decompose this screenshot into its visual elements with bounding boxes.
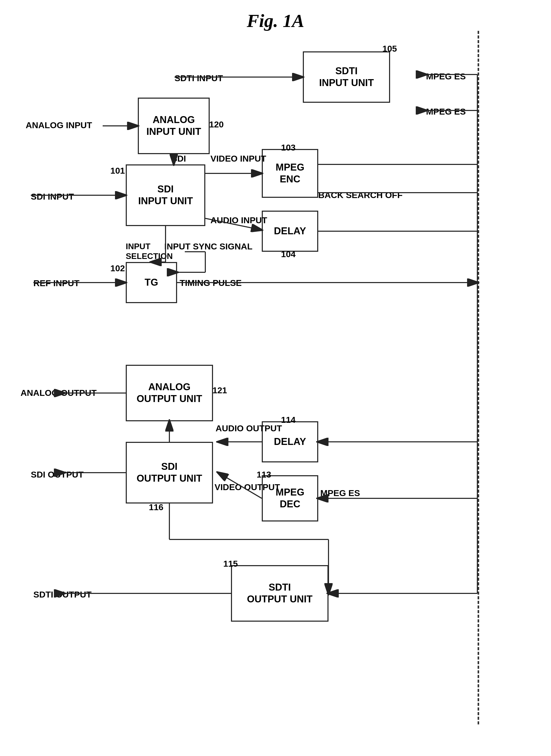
sdti-input-unit-block: SDTIINPUT UNIT (303, 51, 390, 103)
analog-input-label: ANALOG INPUT (26, 120, 92, 130)
sdi-output-label: SDI OUTPUT (31, 470, 84, 480)
tg-block: TG (126, 262, 177, 303)
mpeg-enc-block: MPEGENC (262, 149, 318, 198)
ref-102: 102 (110, 263, 125, 273)
ref-115: 115 (223, 559, 238, 569)
sdi-label: SDI (171, 154, 186, 164)
sdti-input-label: SDTI INPUT (174, 73, 223, 83)
mpeg-es-label-2: MPEG ES (426, 106, 466, 116)
analog-output-label: ANALOG OUTPUT (21, 388, 97, 398)
ref-input-label: REF INPUT (33, 278, 79, 288)
ref-116: 116 (149, 502, 163, 512)
mpeg-es-label-1: MPEG ES (426, 71, 466, 81)
ref-121: 121 (212, 385, 227, 395)
sdti-output-unit-block: SDTIOUTPUT UNIT (231, 565, 329, 621)
page: Fig. 1A SDTIINPUT UNIT ANALOGINPUT UNIT … (0, 0, 551, 756)
back-search-off-label: BACK SEARCH OFF (318, 190, 403, 200)
sdi-output-unit-block: SDIOUTPUT UNIT (126, 442, 213, 503)
mpeg-es-label-out: MPEG ES (320, 488, 360, 498)
sdi-input-unit-block: SDIINPUT UNIT (126, 165, 205, 226)
sdi-input-label: SDI INPUT (31, 192, 74, 202)
audio-output-label: AUDIO OUTPUT (215, 423, 282, 433)
ref-104: 104 (281, 249, 296, 259)
video-output-label: VIDEO OUTPUT (214, 482, 280, 492)
timing-pulse-label: TIMING PULSE (180, 278, 242, 288)
ref-120: 120 (209, 119, 224, 130)
video-input-label: VIDEO INPUT (210, 154, 266, 164)
sdti-output-label: SDTI OUTPUT (33, 589, 92, 599)
analog-input-unit-block: ANALOGINPUT UNIT (138, 97, 210, 154)
audio-input-label: AUDIO INPUT (210, 215, 267, 225)
diagram-arrows (0, 0, 551, 756)
figure-title: Fig. 1A (246, 10, 304, 32)
ref-113: 113 (256, 470, 271, 480)
ref-114: 114 (281, 415, 296, 425)
ref-103: 103 (281, 143, 296, 153)
dashed-border-line (478, 31, 479, 724)
analog-output-unit-block: ANALOGOUTPUT UNIT (126, 365, 213, 421)
ref-105: 105 (382, 44, 397, 54)
delay-top-block: DELAY (262, 211, 318, 252)
ref-101: 101 (110, 166, 125, 176)
input-sync-signal-label: INPUT SYNC SIGNAL (164, 241, 252, 251)
